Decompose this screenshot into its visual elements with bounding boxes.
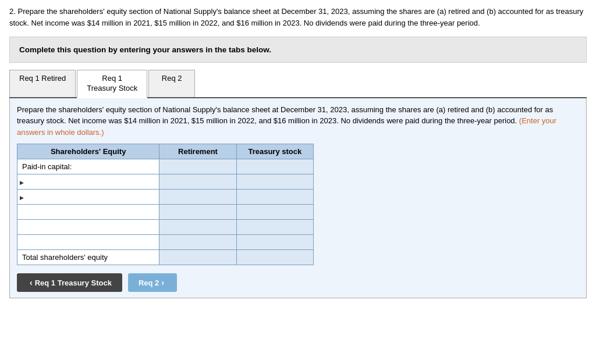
table-row (17, 220, 314, 235)
question-body: Prepare the shareholders' equity section… (9, 7, 583, 27)
label-total: Total shareholders' equity (17, 250, 159, 265)
page-container: 2. Prepare the shareholders' equity sect… (0, 0, 596, 304)
retirement-input-1[interactable] (164, 162, 231, 171)
col-header-retirement: Retirement (159, 144, 236, 159)
prev-chevron-icon: ‹ (30, 278, 33, 287)
tab-req1-retired[interactable]: Req 1 Retired (9, 70, 76, 97)
treasury-input-3[interactable] (242, 192, 308, 201)
next-button-label: Req 2 (139, 279, 159, 287)
table-row: ▶ (17, 174, 314, 190)
retirement-input-total[interactable] (164, 253, 231, 262)
next-chevron-icon: › (161, 278, 164, 287)
instruction-text: Complete this question by entering your … (19, 45, 271, 54)
input-retirement-2[interactable] (159, 174, 236, 190)
prev-button[interactable]: ‹ Req 1 Treasury Stock (17, 273, 122, 292)
input-retirement-total[interactable] (159, 250, 236, 265)
input-treasury-6[interactable] (236, 235, 313, 250)
table-row (17, 205, 314, 220)
input-treasury-2[interactable] (236, 174, 313, 190)
table-row: Paid-in capital: (17, 159, 314, 174)
next-button[interactable]: Req 2 › (128, 273, 177, 292)
tab-req2[interactable]: Req 2 (148, 70, 195, 97)
label-row-3: ▶ (17, 190, 159, 205)
prev-button-label: Req 1 Treasury Stock (35, 279, 112, 287)
tabs-container: Req 1 Retired Req 1Treasury Stock Req 2 (9, 70, 587, 98)
instruction-box: Complete this question by entering your … (9, 37, 587, 63)
treasury-input-6[interactable] (242, 238, 308, 247)
table-row (17, 235, 314, 250)
label-row-4 (17, 205, 159, 220)
question-text: 2. Prepare the shareholders' equity sect… (9, 6, 587, 28)
description-main: Prepare the shareholders' equity section… (17, 105, 553, 126)
input-retirement-4[interactable] (159, 205, 236, 220)
input-retirement-3[interactable] (159, 190, 236, 205)
label-row-2: ▶ (17, 174, 159, 190)
retirement-input-2[interactable] (164, 177, 231, 186)
retirement-input-6[interactable] (164, 238, 231, 247)
label-paid-in-capital: Paid-in capital: (17, 159, 159, 174)
tab-content: Prepare the shareholders' equity section… (9, 98, 587, 299)
input-retirement-5[interactable] (159, 220, 236, 235)
treasury-input-4[interactable] (242, 208, 308, 216)
bottom-navigation: ‹ Req 1 Treasury Stock Req 2 › (17, 273, 579, 292)
label-row-6 (17, 235, 159, 250)
tab-description: Prepare the shareholders' equity section… (17, 104, 579, 138)
input-treasury-5[interactable] (236, 220, 313, 235)
col-header-treasury: Treasury stock (236, 144, 313, 159)
input-retirement-6[interactable] (159, 235, 236, 250)
treasury-input-5[interactable] (242, 223, 308, 231)
question-number: 2. (9, 7, 16, 16)
retirement-input-3[interactable] (164, 192, 231, 201)
col-header-equity: Shareholders' Equity (17, 144, 159, 159)
retirement-input-5[interactable] (164, 223, 231, 231)
tab-req1-treasury[interactable]: Req 1Treasury Stock (77, 70, 147, 98)
input-retirement-1[interactable] (159, 159, 236, 174)
treasury-input-2[interactable] (242, 177, 308, 186)
input-treasury-1[interactable] (236, 159, 313, 174)
label-row-5 (17, 220, 159, 235)
table-row: ▶ (17, 190, 314, 205)
input-treasury-total[interactable] (236, 250, 313, 265)
equity-table: Shareholders' Equity Retirement Treasury… (17, 144, 314, 265)
treasury-input-total[interactable] (242, 253, 308, 262)
input-treasury-4[interactable] (236, 205, 313, 220)
input-treasury-3[interactable] (236, 190, 313, 205)
treasury-input-1[interactable] (242, 162, 308, 171)
table-row-total: Total shareholders' equity (17, 250, 314, 265)
retirement-input-4[interactable] (164, 208, 231, 216)
